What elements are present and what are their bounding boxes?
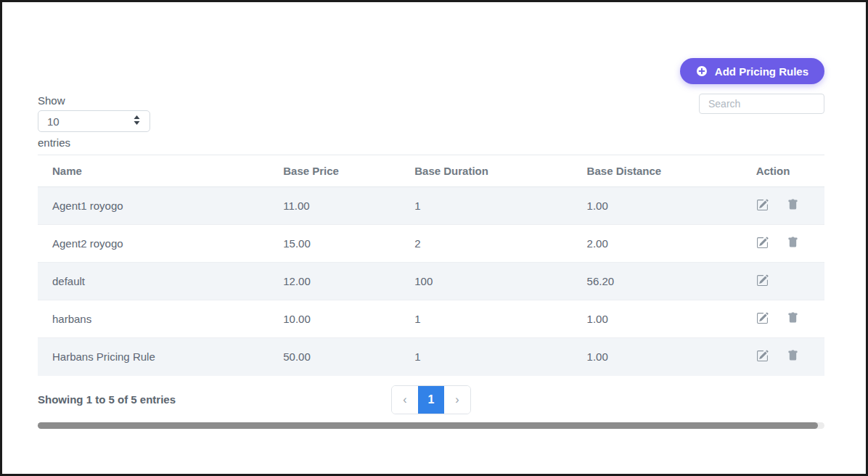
table-row: Agent1 royogo 11.00 1 1.00 (38, 187, 824, 225)
cell-base-price: 50.00 (283, 338, 414, 376)
cell-actions (756, 338, 824, 376)
edit-icon (756, 353, 769, 364)
edit-icon (756, 316, 769, 327)
edit-button[interactable] (756, 312, 769, 327)
cell-name: Harbans Pricing Rule (38, 338, 283, 376)
horizontal-scrollbar-track[interactable] (38, 422, 824, 429)
edit-icon (756, 240, 769, 251)
select-arrows-icon (133, 115, 141, 128)
show-label: Show (38, 94, 150, 107)
plus-circle-icon (696, 65, 708, 77)
cell-base-price: 11.00 (283, 187, 414, 225)
chevron-left-icon: ‹ (403, 393, 406, 406)
entries-select[interactable]: 10 (38, 110, 150, 132)
cell-base-duration: 1 (414, 300, 586, 338)
pagination-prev-button[interactable]: ‹ (392, 386, 418, 414)
table-controls: Show 10 entries (38, 58, 824, 149)
cell-actions (756, 187, 824, 225)
edit-button[interactable] (756, 274, 769, 289)
page-content: Show 10 entries (2, 2, 866, 429)
footer-left: Showing 1 to 5 of 5 entries (38, 393, 300, 406)
cell-base-distance: 56.20 (587, 263, 756, 300)
cell-base-distance: 1.00 (587, 338, 756, 376)
edit-icon (756, 202, 769, 213)
table-header: Name Base Price Base Duration Base Dista… (38, 155, 824, 187)
cell-base-distance: 1.00 (587, 187, 756, 225)
footer-center: ‹ 1 › (300, 385, 562, 414)
cell-name: Agent2 royogo (38, 225, 283, 263)
delete-button[interactable] (787, 199, 798, 213)
table-row: harbans 10.00 1 1.00 (38, 300, 824, 338)
column-header-base-price: Base Price (283, 155, 414, 187)
pagination-page-1-button[interactable]: 1 (418, 386, 444, 414)
add-pricing-rules-label: Add Pricing Rules (715, 65, 808, 78)
column-header-name: Name (38, 155, 283, 187)
horizontal-scrollbar-thumb[interactable] (38, 422, 818, 429)
cell-base-duration: 1 (414, 187, 586, 225)
edit-button[interactable] (756, 350, 769, 364)
cell-base-price: 10.00 (283, 300, 414, 338)
edit-button[interactable] (756, 237, 769, 251)
cell-base-price: 12.00 (283, 263, 414, 300)
trash-icon (787, 202, 798, 213)
column-header-action: Action (756, 155, 824, 187)
delete-button[interactable] (787, 350, 798, 364)
page-length-control: Show 10 entries (38, 94, 150, 149)
pricing-rules-page: Show 10 entries (0, 0, 868, 476)
edit-icon (756, 278, 769, 289)
cell-actions (756, 225, 824, 263)
cell-actions (756, 263, 824, 300)
table-body: Agent1 royogo 11.00 1 1.00 Agent2 royogo… (38, 187, 824, 376)
chevron-right-icon: › (455, 393, 459, 406)
table-row: Agent2 royogo 15.00 2 2.00 (38, 225, 824, 263)
delete-button[interactable] (787, 312, 798, 326)
pricing-rules-table: Name Base Price Base Duration Base Dista… (38, 155, 824, 376)
cell-name: Agent1 royogo (38, 187, 283, 225)
cell-name: harbans (38, 300, 283, 338)
cell-base-distance: 1.00 (587, 300, 756, 338)
trash-icon (787, 353, 798, 364)
table-footer: Showing 1 to 5 of 5 entries ‹ 1 › (38, 385, 824, 414)
table-row: default 12.00 100 56.20 (38, 263, 824, 300)
add-pricing-rules-button[interactable]: Add Pricing Rules (680, 58, 824, 84)
entries-label: entries (38, 136, 150, 149)
entries-select-value: 10 (47, 115, 60, 128)
cell-base-duration: 1 (414, 338, 586, 376)
cell-base-duration: 2 (414, 225, 586, 263)
trash-icon (787, 239, 798, 250)
cell-base-duration: 100 (414, 263, 586, 300)
column-header-base-duration: Base Duration (414, 155, 586, 187)
cell-base-distance: 2.00 (587, 225, 756, 263)
entries-summary: Showing 1 to 5 of 5 entries (38, 393, 176, 406)
column-header-base-distance: Base Distance (587, 155, 756, 187)
pagination-next-button[interactable]: › (444, 386, 470, 414)
edit-button[interactable] (756, 199, 769, 213)
cell-actions (756, 300, 824, 338)
cell-name: default (38, 263, 283, 300)
pagination: ‹ 1 › (391, 385, 471, 414)
search-input[interactable] (699, 94, 824, 114)
delete-button[interactable] (787, 237, 798, 250)
right-controls: Add Pricing Rules (680, 58, 824, 114)
trash-icon (787, 315, 798, 326)
cell-base-price: 15.00 (283, 225, 414, 263)
table-row: Harbans Pricing Rule 50.00 1 1.00 (38, 338, 824, 376)
